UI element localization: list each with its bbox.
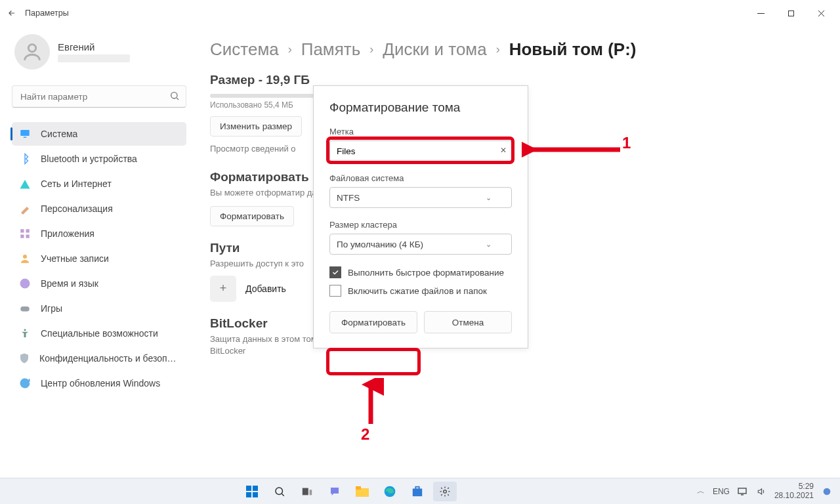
svg-point-1 — [28, 45, 35, 52]
sidebar-item-3[interactable]: Персонализация — [12, 197, 186, 220]
tray-lang[interactable]: ENG — [713, 487, 730, 496]
svg-point-27 — [444, 490, 447, 493]
window-title: Параметры — [25, 9, 69, 18]
svg-rect-5 — [20, 229, 24, 232]
tray-volume-icon[interactable] — [756, 487, 766, 496]
nav-icon — [18, 227, 32, 240]
search-input[interactable] — [12, 85, 186, 108]
chevron-right-icon: › — [288, 43, 292, 56]
svg-rect-17 — [246, 492, 251, 497]
avatar — [14, 34, 50, 70]
sidebar-item-label: Приложения — [41, 228, 94, 239]
svg-rect-11 — [20, 306, 30, 312]
user-block[interactable]: Евгений — [12, 34, 186, 70]
chat-icon[interactable] — [323, 482, 346, 501]
svg-rect-0 — [788, 10, 793, 16]
format-button[interactable]: Форматировать — [210, 206, 294, 226]
sidebar-item-7[interactable]: Игры — [12, 297, 186, 320]
sidebar-item-label: Время и язык — [41, 278, 98, 289]
taskbar-search-icon[interactable] — [268, 482, 291, 501]
settings-taskbar-icon[interactable] — [433, 482, 457, 501]
sidebar-item-9[interactable]: Конфиденциальность и безопасность — [12, 346, 186, 370]
checkbox-checked-icon — [329, 266, 341, 278]
quick-format-checkbox[interactable]: Выполнить быстрое форматирование — [329, 266, 512, 278]
sidebar-item-6[interactable]: Время и язык — [12, 272, 186, 295]
sidebar-item-8[interactable]: Специальные возможности — [12, 322, 186, 345]
sidebar-item-0[interactable]: Система — [12, 122, 186, 146]
store-icon[interactable] — [406, 482, 429, 501]
resize-button[interactable]: Изменить размер — [210, 116, 302, 136]
close-button[interactable] — [806, 3, 836, 24]
add-path-button[interactable]: + — [210, 276, 236, 302]
filesystem-select[interactable]: NTFS ⌄ — [329, 187, 512, 208]
nav-icon — [18, 202, 32, 215]
dialog-title: Форматирование тома — [329, 100, 512, 115]
sidebar-item-label: Bluetooth и устройства — [41, 154, 137, 164]
back-button[interactable] — [4, 5, 20, 21]
sidebar-item-1[interactable]: Bluetooth и устройства — [12, 147, 186, 171]
compress-label: Включить сжатие файлов и папок — [348, 286, 487, 296]
breadcrumb-link[interactable]: Память — [301, 39, 361, 60]
sidebar-item-label: Игры — [41, 303, 62, 314]
clear-icon[interactable]: ✕ — [500, 146, 507, 155]
tray-date: 28.10.2021 — [774, 492, 814, 500]
sidebar-item-4[interactable]: Приложения — [12, 222, 186, 245]
sidebar-item-label: Конфиденциальность и безопасность — [39, 353, 180, 364]
nav-icon — [18, 152, 32, 165]
sidebar-item-2[interactable]: Сеть и Интернет — [12, 172, 186, 196]
svg-rect-3 — [20, 130, 30, 136]
chevron-down-icon: ⌄ — [486, 194, 492, 202]
breadcrumb: Система›Память›Диски и тома›Новый том (P… — [210, 39, 814, 60]
nav-icon — [18, 352, 30, 365]
svg-rect-26 — [415, 486, 419, 489]
tray-clock[interactable]: 5:29 28.10.2021 — [774, 482, 814, 499]
dialog-cancel-button[interactable]: Отмена — [424, 311, 512, 333]
task-view-icon[interactable] — [295, 482, 319, 501]
tray-network-icon[interactable] — [738, 487, 748, 496]
filesystem-label: Файловая система — [329, 173, 512, 183]
breadcrumb-link[interactable]: Диски и тома — [383, 39, 486, 60]
svg-rect-8 — [26, 235, 30, 238]
settings-window: Параметры Евгений СистемаBlu — [0, 0, 840, 478]
maximize-button[interactable] — [776, 3, 806, 24]
system-tray[interactable]: ︿ ENG 5:29 28.10.2021 — [697, 482, 840, 499]
svg-rect-7 — [20, 235, 24, 238]
format-dialog: Форматирование тома Метка ✕ Файловая сис… — [313, 85, 528, 348]
search-field[interactable] — [12, 85, 186, 108]
start-button[interactable] — [240, 482, 264, 501]
tray-time: 5:29 — [774, 482, 814, 491]
svg-rect-15 — [246, 486, 251, 491]
nav-list: СистемаBluetooth и устройстваСеть и Инте… — [12, 122, 186, 395]
quick-format-label: Выполнить быстрое форматирование — [348, 268, 504, 278]
dialog-format-button[interactable]: Форматировать — [329, 311, 417, 333]
minimize-button[interactable] — [746, 3, 776, 24]
explorer-icon[interactable] — [350, 482, 374, 501]
nav-icon — [18, 327, 32, 340]
breadcrumb-link[interactable]: Система — [210, 39, 279, 60]
checkbox-unchecked-icon — [329, 285, 341, 297]
edge-icon[interactable] — [378, 482, 402, 501]
svg-rect-4 — [24, 137, 27, 138]
label-field-label: Метка — [329, 127, 512, 136]
cluster-select[interactable]: По умолчанию (4 КБ) ⌄ — [329, 234, 512, 255]
annotation-number-2: 2 — [361, 425, 369, 444]
compress-checkbox[interactable]: Включить сжатие файлов и папок — [329, 285, 512, 297]
nav-icon — [18, 252, 32, 265]
titlebar: Параметры — [0, 0, 840, 26]
nav-icon — [18, 177, 32, 190]
svg-point-29 — [824, 488, 831, 495]
user-name: Евгений — [58, 41, 130, 52]
sidebar-item-5[interactable]: Учетные записи — [12, 247, 186, 270]
volume-label-input[interactable] — [329, 140, 512, 161]
tray-chevron-icon[interactable]: ︿ — [697, 486, 705, 497]
nav-icon — [18, 127, 32, 140]
svg-point-2 — [171, 93, 177, 98]
tray-notifications-icon[interactable] — [822, 486, 832, 497]
svg-rect-21 — [310, 490, 312, 495]
nav-icon — [18, 277, 32, 290]
add-path-label: Добавить — [245, 284, 286, 294]
svg-rect-23 — [356, 486, 361, 490]
svg-rect-18 — [253, 492, 258, 497]
cluster-label: Размер кластера — [329, 220, 512, 230]
sidebar-item-10[interactable]: Центр обновления Windows — [12, 371, 186, 395]
